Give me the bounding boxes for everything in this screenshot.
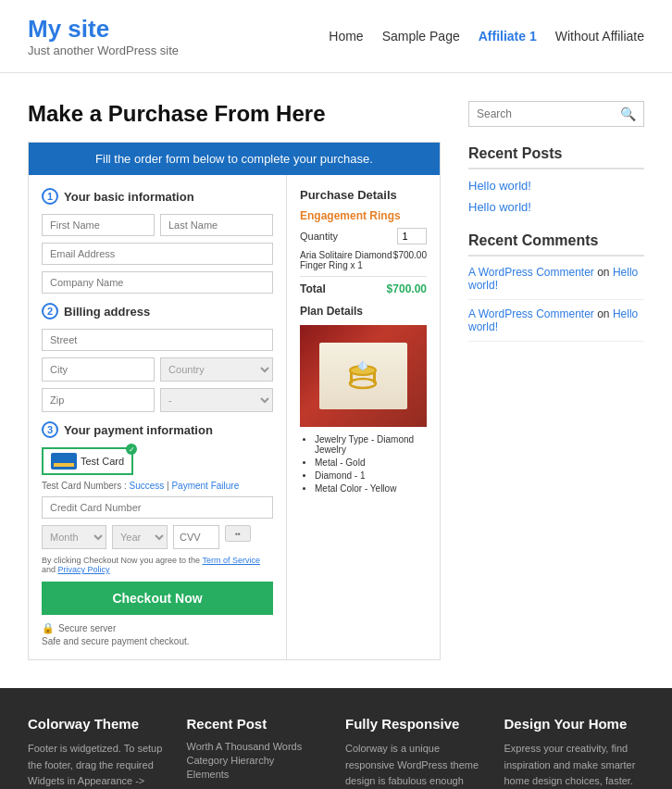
site-header: My site Just another WordPress site Home… — [0, 0, 672, 73]
item-row: Aria Solitaire Diamond Finger Ring x 1 $… — [300, 250, 427, 270]
billing-section: 2 Billing address Country — [42, 303, 273, 412]
recent-posts-section: Recent Posts Hello world! Hello world! — [468, 145, 644, 214]
secure-subtext: Safe and secure payment checkout. — [42, 636, 273, 646]
feature-0: Jewelry Type - Diamond Jewelry — [315, 434, 427, 455]
comment-item-0: A WordPress Commenter on Hello world! — [468, 266, 644, 300]
plan-features: Jewelry Type - Diamond Jewelry Metal - G… — [300, 434, 427, 494]
payment-label: Your payment information — [64, 423, 213, 437]
credit-card-row — [42, 496, 273, 519]
site-tagline: Just another WordPress site — [28, 44, 179, 57]
post-link-1[interactable]: Hello world! — [468, 200, 644, 214]
terms-text: By clicking Checkout Now you agree to th… — [42, 556, 273, 574]
content-area: Make a Purchase From Here Fill the order… — [28, 101, 441, 660]
ring-box — [319, 343, 408, 409]
purchase-title: Purchase Details — [300, 188, 427, 202]
city-input[interactable] — [42, 357, 155, 382]
card-icon — [51, 453, 77, 470]
success-link[interactable]: Success — [129, 481, 164, 491]
quantity-label: Quantity — [300, 231, 338, 242]
footer-col-0: Colorway Theme Footer is widgetized. To … — [28, 716, 168, 789]
search-box: 🔍 — [468, 101, 644, 127]
feature-2: Diamond - 1 — [315, 470, 427, 481]
section-num-2: 2 — [42, 303, 58, 319]
test-card-numbers: Test Card Numbers : Success | Payment Fa… — [42, 481, 273, 491]
cvv-input[interactable] — [173, 525, 219, 549]
footer-col-text-0: Footer is widgetized. To setup the foote… — [28, 741, 168, 789]
comment-author-1[interactable]: A WordPress Commenter — [468, 307, 594, 320]
footer-link-1[interactable]: Category Hierarchy — [187, 755, 328, 766]
zip-extra-select[interactable]: - — [160, 388, 273, 412]
terms-link[interactable]: Term of Service — [202, 556, 260, 565]
company-row — [42, 271, 273, 294]
check-badge-icon: ✓ — [126, 444, 137, 455]
recent-posts-title: Recent Posts — [468, 145, 644, 169]
failure-link[interactable]: Payment Failure — [171, 481, 239, 491]
section-num-3: 3 — [42, 421, 58, 438]
card-type-icon: ▪▪ — [225, 525, 251, 542]
card-badge: Test Card ✓ — [42, 447, 133, 475]
basic-info-label: Your basic information — [64, 190, 194, 204]
last-name-input[interactable] — [160, 214, 273, 236]
main-content: Make a Purchase From Here Fill the order… — [0, 73, 672, 688]
section-num-1: 1 — [42, 188, 58, 205]
quantity-row: Quantity — [300, 228, 427, 244]
credit-card-input[interactable] — [42, 496, 273, 519]
item-price: $700.00 — [393, 250, 427, 270]
footer-col-2: Fully Responsive Colorway is a unique re… — [345, 716, 486, 789]
privacy-link[interactable]: Privacy Policy — [58, 565, 110, 574]
checkout-button[interactable]: Checkout Now — [42, 582, 273, 615]
nav-sample-page[interactable]: Sample Page — [382, 29, 460, 44]
ring-image — [300, 325, 427, 427]
page-title: Make a Purchase From Here — [28, 101, 441, 127]
form-right: Purchase Details Engagement Rings Quanti… — [287, 175, 440, 659]
email-row — [42, 243, 273, 265]
first-name-input[interactable] — [42, 214, 155, 236]
city-country-row: Country — [42, 357, 273, 382]
secure-row: 🔒 Secure server — [42, 622, 273, 634]
month-year-cvv-row: Month Year ▪▪ — [42, 525, 273, 549]
payment-heading: 3 Your payment information — [42, 421, 273, 438]
nav-home[interactable]: Home — [329, 29, 363, 44]
ring-svg — [340, 357, 386, 394]
footer-col-title-2: Fully Responsive — [345, 716, 486, 732]
nav-affiliate1[interactable]: Affiliate 1 — [479, 29, 537, 44]
item-name: Aria Solitaire Diamond Finger Ring x 1 — [300, 250, 393, 270]
comment-author-0[interactable]: A WordPress Commenter — [468, 266, 594, 279]
footer-col-1: Recent Post Worth A Thousand Words Categ… — [187, 716, 328, 789]
checkout-form-container: Fill the order form below to complete yo… — [28, 142, 441, 660]
name-row — [42, 214, 273, 236]
zip-input[interactable] — [42, 388, 155, 412]
company-input[interactable] — [42, 271, 273, 294]
form-left: 1 Your basic information — [29, 175, 287, 659]
post-link-0[interactable]: Hello world! — [468, 179, 644, 193]
secure-server-text: Secure server — [58, 623, 116, 633]
recent-comments-title: Recent Comments — [468, 232, 644, 257]
street-input[interactable] — [42, 329, 273, 351]
lock-icon: 🔒 — [42, 622, 55, 634]
country-select[interactable]: Country — [160, 357, 273, 382]
svg-point-0 — [350, 379, 376, 388]
form-header: Fill the order form below to complete yo… — [29, 143, 440, 175]
nav-without-affiliate[interactable]: Without Affiliate — [555, 29, 644, 44]
quantity-input[interactable] — [397, 228, 427, 244]
plan-title: Plan Details — [300, 305, 427, 318]
footer-col-title-3: Design Your Home — [504, 716, 645, 732]
footer-col-text-3: Express your creativity, find inspiratio… — [504, 741, 645, 789]
year-select[interactable]: Year — [112, 525, 168, 549]
site-title: My site — [28, 15, 179, 44]
billing-label: Billing address — [64, 305, 150, 319]
zip-row: - — [42, 388, 273, 412]
main-nav: Home Sample Page Affiliate 1 Without Aff… — [329, 29, 644, 44]
street-row — [42, 329, 273, 351]
search-input[interactable] — [477, 107, 620, 120]
feature-3: Metal Color - Yellow — [315, 483, 427, 494]
total-price: $700.00 — [387, 282, 427, 295]
footer-link-0[interactable]: Worth A Thousand Words — [187, 741, 328, 752]
sidebar: 🔍 Recent Posts Hello world! Hello world!… — [468, 101, 644, 660]
email-input[interactable] — [42, 243, 273, 265]
month-select[interactable]: Month — [42, 525, 106, 549]
footer-link-2[interactable]: Elements — [187, 769, 328, 780]
footer-col-title-0: Colorway Theme — [28, 716, 168, 732]
basic-info-heading: 1 Your basic information — [42, 188, 273, 205]
search-icon[interactable]: 🔍 — [620, 106, 636, 121]
